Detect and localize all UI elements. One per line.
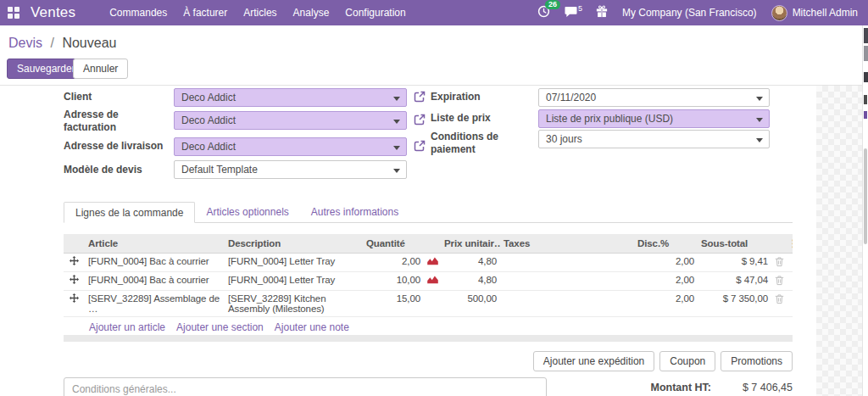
quotation-template-value: Default Template [181,164,258,176]
cell-description[interactable]: [FURN_0004] Letter Tray [225,271,363,290]
drag-handle-icon[interactable] [70,256,79,267]
cell-taxes[interactable] [500,290,634,316]
cell-discount[interactable]: 2,00 [634,271,698,290]
add-section-link[interactable]: Ajouter une section [176,321,264,333]
edge-fragment [864,28,868,43]
cell-taxes[interactable] [500,253,634,271]
forecast-column-header [424,234,441,253]
cell-article[interactable]: [SERV_32289] Assemblage de … [85,290,225,316]
menu-articles[interactable]: Articles [243,7,276,19]
chat-bubble-icon [565,6,577,20]
edge-fragment [864,95,867,104]
cell-subtotal[interactable]: $ 9,41 [698,253,771,271]
expiration-field[interactable]: 07/11/2020 [538,88,770,107]
delete-line-icon[interactable] [775,293,784,306]
promotions-button[interactable]: Promotions [721,351,793,371]
forecast-chart-icon[interactable] [427,257,438,267]
menu-configuration[interactable]: Configuration [345,7,405,19]
notebook-tabs: Lignes de la commande Articles optionnel… [64,202,793,223]
discount-column-header[interactable]: Disc.% [634,234,698,253]
activity-count-badge: 26 [545,0,560,9]
invoice-address-field[interactable]: Deco Addict [174,111,407,130]
handle-column-header [64,234,85,253]
add-note-link[interactable]: Ajouter une note [275,321,349,333]
unit-price-column-header[interactable]: Prix unitair… [441,234,500,253]
invoice-address-label: Adresse de facturation [64,109,140,134]
messages-button[interactable]: 5 [565,6,581,20]
user-name: Mitchell Admin [793,7,858,19]
external-link-icon[interactable] [414,114,426,125]
tab-lignes-de-la-commande[interactable]: Lignes de la commande [64,202,195,223]
company-switcher[interactable]: My Company (San Francisco) [622,7,757,19]
cell-description[interactable]: [SERV_32289] Kitchen Assembly (Milestone… [225,290,363,316]
vertical-scrollbar-thumb[interactable] [864,148,867,244]
drag-handle-icon[interactable] [70,293,79,304]
breadcrumb-devis-link[interactable]: Devis [8,36,42,50]
quantity-column-header[interactable]: Quantité [363,234,424,253]
systray: 26 5 My Company ( [537,5,868,21]
form-sheet: Client Adresse de facturation Adresse de… [0,86,815,396]
article-column-header[interactable]: Article [85,234,225,253]
tab-articles-optionnels[interactable]: Articles optionnels [195,202,299,222]
menu-a-facturer[interactable]: À facturer [183,7,227,19]
forecast-chart-icon[interactable] [427,276,438,286]
subtotal-column-header[interactable]: Sous-total [698,234,771,253]
pricelist-field[interactable]: Liste de prix publique (USD) [538,109,770,128]
external-link-icon[interactable] [414,91,426,103]
table-header-row: Article Description Quantité Prix unitai… [64,234,793,253]
apps-menu-icon[interactable] [8,7,19,19]
cell-article[interactable]: [FURN_0004] Bac à courrier [85,271,225,290]
cell-subtotal[interactable]: $ 7 350,00 [698,290,771,316]
external-link-icon[interactable] [414,140,426,152]
drag-handle-icon[interactable] [70,275,79,286]
add-shipping-button[interactable]: Ajouter une expédition [533,351,654,371]
cell-discount[interactable]: 2,00 [634,290,698,316]
quotation-template-label: Modèle de devis [64,164,142,176]
cell-discount[interactable]: 2,00 [634,253,698,271]
edge-fragment [864,46,868,61]
cell-unit-price[interactable]: 500,00 [441,290,500,316]
cancel-button[interactable]: Annuler [73,59,128,79]
table-end-band [64,335,793,342]
chevron-down-icon [756,118,763,122]
quotation-template-field[interactable]: Default Template [174,160,407,179]
top-navbar: Ventes Commandes À facturer Articles Ana… [0,0,868,25]
cell-subtotal[interactable]: $ 47,04 [698,271,771,290]
delete-column-header [771,234,785,253]
coupon-button[interactable]: Coupon [659,351,715,371]
user-avatar [771,5,787,21]
cell-unit-price[interactable]: 4,80 [441,271,500,290]
delete-line-icon[interactable] [775,256,784,269]
cell-description[interactable]: [FURN_0004] Letter Tray [225,253,363,271]
cell-quantity[interactable]: 15,00 [363,290,424,316]
menu-commandes[interactable]: Commandes [109,7,167,19]
taxes-column-header[interactable]: Taxes [500,234,634,253]
activities-button[interactable]: 26 [537,5,550,20]
cell-quantity[interactable]: 10,00 [363,271,424,290]
payment-terms-value: 30 jours [546,133,582,145]
cell-quantity[interactable]: 2,00 [363,253,424,271]
order-line-row[interactable]: [FURN_0004] Bac à courrier [FURN_0004] L… [64,253,793,271]
cell-unit-price[interactable]: 4,80 [441,253,500,271]
delivery-address-field[interactable]: Deco Addict [174,137,407,156]
add-product-link[interactable]: Ajouter un article [89,321,165,333]
user-menu[interactable]: Mitchell Admin [771,5,858,21]
cell-article[interactable]: [FURN_0004] Bac à courrier [85,253,225,271]
order-line-row[interactable]: [FURN_0004] Bac à courrier [FURN_0004] L… [64,271,793,290]
chevron-down-icon [393,146,400,150]
expiration-label: Expiration [431,91,481,103]
menu-analyse[interactable]: Analyse [293,7,330,19]
description-column-header[interactable]: Description [225,234,363,253]
optional-columns-icon[interactable]: ⋮ [785,234,793,253]
app-name[interactable]: Ventes [31,4,75,21]
cell-taxes[interactable] [500,271,634,290]
order-line-row[interactable]: [SERV_32289] Assemblage de … [SERV_32289… [64,290,793,316]
delete-line-icon[interactable] [775,275,784,287]
terms-and-conditions-input[interactable] [64,377,547,396]
payment-terms-field[interactable]: 30 jours [538,130,770,148]
client-field[interactable]: Deco Addict [174,88,407,107]
untaxed-amount-value: $ 7 406,45 [711,382,793,393]
tab-autres-informations[interactable]: Autres informations [300,202,409,222]
rewards-button[interactable] [596,5,608,20]
edge-fragment [864,72,868,82]
